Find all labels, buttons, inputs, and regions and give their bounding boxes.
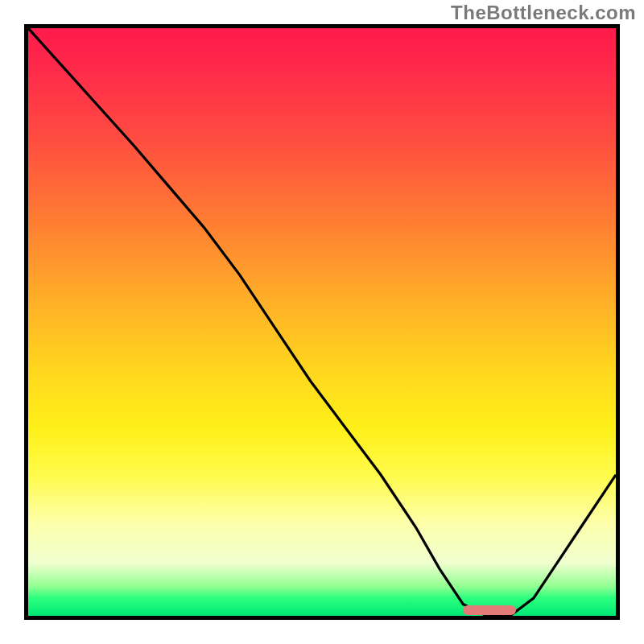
chart-frame: TheBottleneck.com [0,0,644,644]
optimal-marker [463,605,516,615]
watermark-text: TheBottleneck.com [451,2,636,24]
curve-svg [28,28,616,616]
bottleneck-curve-path [28,28,616,616]
plot-area [24,24,620,620]
